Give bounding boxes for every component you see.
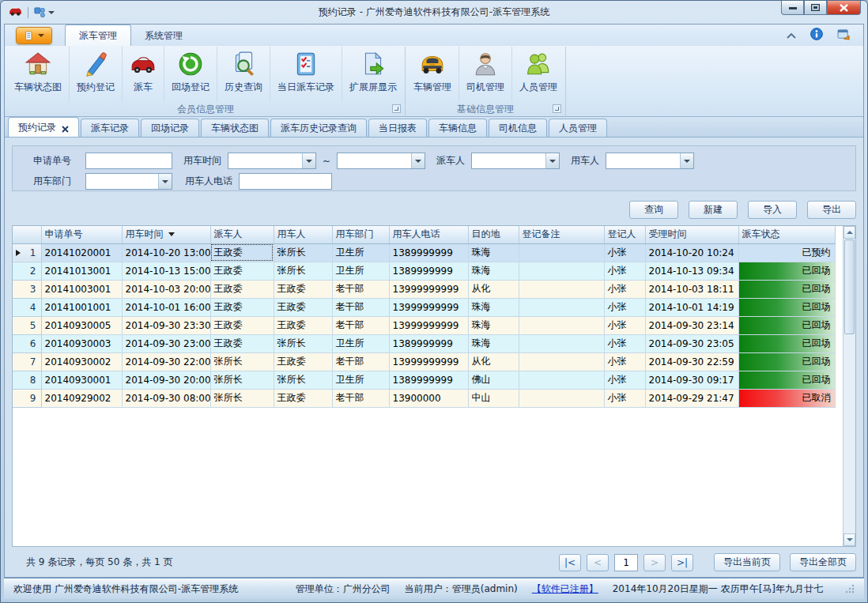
cell-派车人[interactable]: 王政委	[210, 262, 274, 280]
cell-用车人电话[interactable]: 1389999999	[389, 334, 468, 352]
cell-用车人[interactable]: 王政委	[274, 352, 332, 371]
cell-受理时间[interactable]: 2014-10-01 14:19	[645, 298, 738, 316]
skin-style-icon[interactable]	[837, 28, 851, 43]
cell-派车人[interactable]: 张所长	[210, 389, 274, 407]
cell-登记备注[interactable]	[519, 298, 604, 316]
maximize-button[interactable]	[804, 1, 827, 15]
cell-申请单号[interactable]: 20140930002	[41, 352, 122, 371]
row-indicator-cell[interactable]: 3	[13, 280, 41, 298]
column-header-派车人[interactable]: 派车人	[210, 226, 274, 243]
cell-用车人[interactable]: 王政委	[274, 298, 332, 316]
table-row[interactable]: 6201409300032014-09-30 23:00王政委张所长卫生所138…	[13, 334, 835, 352]
cell-派车人[interactable]: 张所长	[210, 371, 274, 389]
cell-派车状态[interactable]: 已预约	[738, 243, 835, 262]
cell-申请单号[interactable]: 20141013001	[41, 262, 122, 280]
cell-派车状态[interactable]: 已回场	[738, 316, 835, 334]
row-indicator-cell[interactable]: 6	[13, 334, 41, 352]
order-no-input[interactable]	[85, 153, 172, 169]
chevron-down-icon[interactable]	[158, 174, 172, 189]
cell-用车人电话[interactable]: 13999999999	[389, 298, 468, 316]
app-car-icon[interactable]	[9, 6, 22, 19]
title-bar[interactable]: 预约记录 - 广州爱奇迪软件科技有限公司-派车管理系统	[1, 1, 867, 24]
column-header-派车状态[interactable]: 派车状态	[738, 226, 835, 243]
license-registered-link[interactable]: 【软件已注册】	[532, 582, 598, 596]
row-indicator-cell[interactable]: 4	[13, 298, 41, 316]
chevron-down-icon[interactable]	[680, 153, 693, 168]
cell-用车时间[interactable]: 2014-09-30 23:00	[122, 334, 210, 352]
cell-申请单号[interactable]: 20140930001	[41, 371, 122, 389]
cell-登记备注[interactable]	[519, 316, 604, 334]
cell-申请单号[interactable]: 20140930003	[41, 334, 122, 352]
cell-登记备注[interactable]	[519, 243, 604, 262]
table-row[interactable]: 5201409300052014-09-30 23:30王政委王政委老干部139…	[13, 316, 835, 334]
car-user-combo[interactable]	[606, 153, 694, 169]
cell-受理时间[interactable]: 2014-10-20 10:24	[645, 243, 738, 262]
cell-用车人[interactable]: 王政委	[274, 316, 332, 334]
cell-目的地[interactable]: 从化	[468, 280, 519, 298]
ribbon-tab-system[interactable]: 系统管理	[131, 25, 196, 46]
export-all-pages-button[interactable]: 导出全部页	[790, 553, 856, 571]
cell-用车人电话[interactable]: 1389999999	[389, 371, 468, 389]
cell-用车人电话[interactable]: 13999999999	[389, 316, 468, 334]
table-row[interactable]: 3201410030012014-10-03 20:00王政委王政委老干部139…	[13, 280, 835, 298]
cell-派车状态[interactable]: 已回场	[738, 371, 835, 389]
chevron-down-icon[interactable]	[302, 153, 315, 168]
ribbon-button-vehicle-manage[interactable]: 车辆管理	[406, 47, 459, 102]
cell-用车人[interactable]: 张所长	[274, 262, 332, 280]
cell-申请单号[interactable]: 20141020001	[41, 243, 122, 262]
cell-申请单号[interactable]: 20141003001	[41, 280, 122, 298]
cell-目的地[interactable]: 佛山	[468, 371, 519, 389]
row-indicator-cell[interactable]: 8	[13, 371, 41, 389]
scrollbar-thumb[interactable]	[844, 239, 855, 334]
table-row[interactable]: 2201410130012014-10-13 15:00王政委张所长卫生所138…	[13, 262, 835, 280]
cell-用车人[interactable]: 张所长	[274, 243, 332, 262]
cell-登记备注[interactable]	[519, 352, 604, 371]
cell-派车人[interactable]: 王政委	[210, 243, 274, 262]
ribbon-button-dispatch-car[interactable]: 派车	[123, 47, 164, 102]
table-row[interactable]: 7201409300022014-09-30 22:00张所长王政委老干部139…	[13, 352, 835, 371]
cell-用车部门[interactable]: 老干部	[332, 352, 389, 371]
cell-用车人[interactable]: 王政委	[274, 280, 332, 298]
doc-tab-车辆信息[interactable]: 车辆信息	[428, 119, 487, 137]
cell-用车时间[interactable]: 2014-10-01 16:00	[122, 298, 210, 316]
close-button[interactable]	[827, 1, 861, 15]
cell-申请单号[interactable]: 20141001001	[41, 298, 122, 316]
cell-用车部门[interactable]: 卫生所	[332, 334, 389, 352]
import-button[interactable]: 导入	[748, 201, 797, 219]
cell-派车状态[interactable]: 已回场	[738, 334, 835, 352]
next-page-button[interactable]: >	[643, 554, 666, 571]
column-header-用车人电话[interactable]: 用车人电话	[389, 226, 468, 243]
cell-登记备注[interactable]	[519, 371, 604, 389]
cell-用车人电话[interactable]: 13999999999	[389, 352, 468, 371]
cell-目的地[interactable]: 中山	[468, 389, 519, 407]
column-header-目的地[interactable]: 目的地	[468, 226, 519, 243]
column-header-用车时间[interactable]: 用车时间	[122, 226, 210, 243]
last-page-button[interactable]: >|	[671, 554, 693, 571]
chevron-down-icon[interactable]	[545, 153, 559, 168]
vertical-scrollbar[interactable]	[843, 226, 855, 546]
cell-派车状态[interactable]: 已取消	[738, 389, 835, 407]
cell-用车部门[interactable]: 老干部	[332, 316, 389, 334]
column-header-用车人[interactable]: 用车人	[274, 226, 332, 243]
cell-用车人[interactable]: 张所长	[274, 371, 332, 389]
cell-派车状态[interactable]: 已回场	[738, 298, 835, 316]
cell-登记人[interactable]: 小张	[604, 371, 645, 389]
cell-派车人[interactable]: 王政委	[210, 280, 274, 298]
row-indicator-cell[interactable]: 7	[13, 352, 41, 371]
cell-派车状态[interactable]: 已回场	[738, 280, 835, 298]
ribbon-button-vehicle-status[interactable]: 车辆状态图	[7, 47, 70, 102]
dialog-launcher-icon[interactable]	[392, 104, 401, 113]
scroll-up-icon[interactable]	[843, 226, 855, 239]
column-header-用车部门[interactable]: 用车部门	[332, 226, 389, 243]
column-header-indicator[interactable]	[13, 226, 41, 243]
cell-受理时间[interactable]: 2014-09-29 21:47	[645, 389, 738, 407]
cell-用车时间[interactable]: 2014-10-13 15:00	[122, 262, 210, 280]
doc-tab-司机信息[interactable]: 司机信息	[489, 119, 547, 137]
dialog-launcher-icon[interactable]	[553, 104, 561, 113]
first-page-button[interactable]: |<	[559, 554, 581, 571]
close-tab-icon[interactable]	[62, 124, 69, 131]
new-button[interactable]: 新建	[689, 201, 738, 219]
export-current-page-button[interactable]: 导出当前页	[714, 553, 780, 571]
cell-用车人电话[interactable]: 13999999999	[389, 280, 468, 298]
ribbon-button-driver-manage[interactable]: 司机管理	[459, 47, 512, 102]
